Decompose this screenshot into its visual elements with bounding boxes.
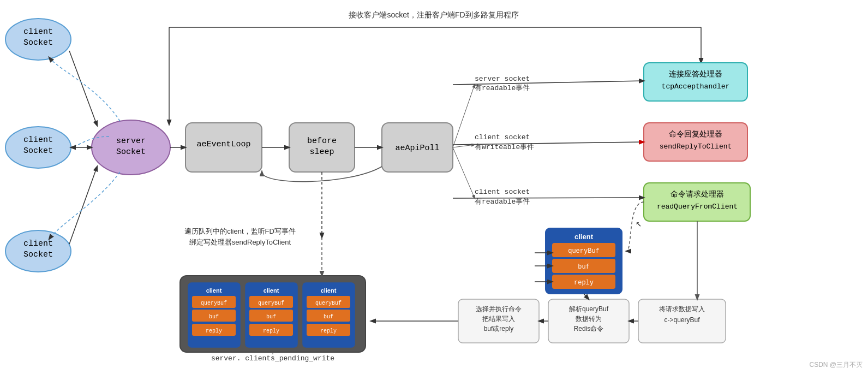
svg-text:连接应答处理器: 连接应答处理器 (669, 69, 722, 78)
svg-text:命令回复处理器: 命令回复处理器 (669, 129, 722, 138)
svg-text:queryBuf: queryBuf (315, 300, 342, 306)
svg-text:queryBuf: queryBuf (258, 300, 284, 306)
svg-text:c->queryBuf: c->queryBuf (664, 316, 700, 324)
svg-line-49 (453, 147, 475, 198)
svg-text:sendReplyToClient: sendReplyToClient (660, 143, 732, 151)
svg-text:aeApiPoll: aeApiPoll (395, 144, 439, 153)
watermark: CSDN @三月不灭 (809, 360, 863, 370)
svg-text:server. clients_pending_write: server. clients_pending_write (211, 354, 334, 363)
svg-text:client socket: client socket (475, 133, 530, 141)
svg-rect-29 (644, 63, 747, 101)
svg-line-48 (453, 145, 475, 147)
svg-text:aeEventLoop: aeEventLoop (196, 140, 250, 149)
svg-text:解析queryBuf: 解析queryBuf (569, 305, 609, 313)
svg-text:Redis命令: Redis命令 (574, 325, 604, 333)
svg-text:Socket: Socket (23, 250, 53, 259)
svg-rect-35 (644, 183, 750, 221)
svg-text:client: client (574, 233, 594, 241)
svg-text:将请求数据写入: 将请求数据写入 (659, 305, 705, 313)
svg-text:reply: reply (574, 279, 594, 287)
svg-text:readQueryFromClient: readQueryFromClient (657, 203, 738, 211)
svg-text:reply: reply (206, 328, 222, 334)
svg-text:有readable事件: 有readable事件 (475, 84, 530, 92)
svg-line-12 (69, 51, 97, 126)
svg-text:buf: buf (324, 314, 333, 320)
svg-text:Socket: Socket (23, 146, 53, 156)
svg-text:client: client (23, 239, 53, 248)
svg-text:把结果写入: 把结果写入 (482, 315, 515, 323)
svg-text:sleep: sleep (309, 147, 334, 157)
svg-text:buf或reply: buf或reply (484, 325, 514, 333)
svg-text:reply: reply (320, 328, 337, 334)
svg-text:数据转为: 数据转为 (576, 315, 602, 323)
svg-text:queryBuf: queryBuf (568, 247, 600, 255)
svg-text:client: client (23, 27, 53, 37)
svg-text:↖: ↖ (636, 218, 642, 229)
svg-text:有readable事件: 有readable事件 (475, 198, 530, 206)
svg-text:buf: buf (578, 263, 590, 271)
svg-text:Socket: Socket (23, 38, 53, 48)
svg-text:client: client (23, 135, 53, 145)
svg-text:queryBuf: queryBuf (201, 300, 227, 306)
svg-text:Socket: Socket (116, 147, 146, 157)
svg-line-14 (69, 167, 97, 244)
svg-text:reply: reply (263, 328, 279, 334)
svg-text:server socket: server socket (475, 75, 530, 83)
svg-text:选择并执行命令: 选择并执行命令 (476, 305, 522, 313)
svg-line-46 (453, 198, 644, 198)
svg-text:client: client (321, 287, 337, 294)
svg-text:client: client (264, 287, 279, 294)
svg-rect-32 (644, 123, 747, 161)
svg-text:绑定写处理器sendReplyToClient: 绑定写处理器sendReplyToClient (189, 238, 291, 246)
svg-text:client: client (206, 287, 222, 294)
svg-line-47 (453, 85, 475, 147)
svg-text:tcpAccepthandler: tcpAccepthandler (662, 82, 730, 91)
svg-text:buf: buf (209, 314, 219, 320)
svg-text:命令请求处理器: 命令请求处理器 (671, 189, 724, 198)
svg-text:server: server (116, 136, 146, 146)
svg-line-78 (584, 294, 589, 299)
svg-text:before: before (307, 136, 337, 146)
svg-text:遍历队列中的client，监听FD写事件: 遍历队列中的client，监听FD写事件 (184, 227, 296, 235)
svg-text:client socket: client socket (475, 188, 530, 196)
svg-text:接收客户端socket，注册客户端FD到多路复用程序: 接收客户端socket，注册客户端FD到多路复用程序 (349, 10, 518, 19)
svg-text:buf: buf (266, 314, 276, 320)
